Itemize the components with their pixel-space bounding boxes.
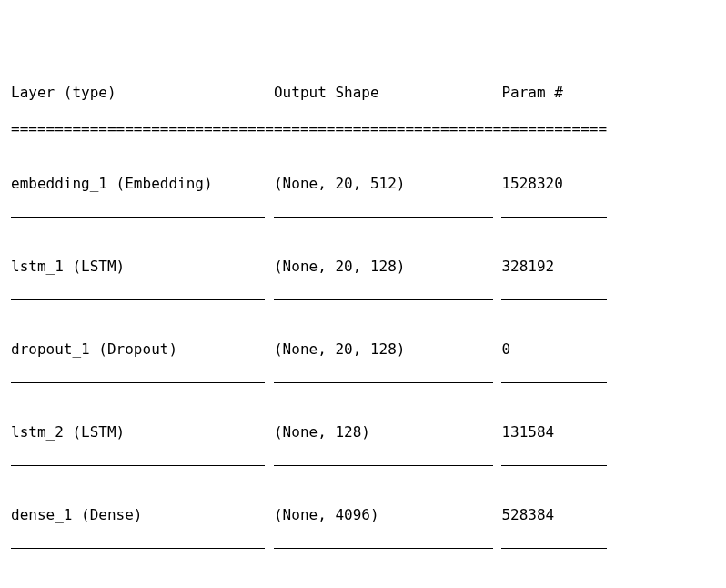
row-divider — [11, 465, 715, 466]
cell-param: 328192 — [501, 258, 607, 276]
table-row: lstm_2 (LSTM) (None, 128) 131584 — [11, 423, 715, 441]
cell-shape: (None, 20, 512) — [274, 175, 501, 193]
row-divider — [11, 382, 715, 383]
cell-layer: dropout_1 (Dropout) — [11, 340, 274, 359]
row-divider — [11, 299, 715, 300]
cell-layer: dense_1 (Dense) — [11, 506, 274, 524]
cell-layer: lstm_2 (LSTM) — [11, 423, 274, 441]
header-param: Param # — [501, 84, 607, 102]
cell-param: 1528320 — [501, 175, 607, 193]
cell-shape: (None, 4096) — [274, 506, 501, 524]
cell-shape: (None, 20, 128) — [274, 258, 501, 276]
header-shape: Output Shape — [274, 84, 501, 102]
cell-param: 528384 — [501, 506, 607, 524]
cell-param: 131584 — [501, 423, 607, 441]
row-divider — [11, 548, 715, 549]
table-row: embedding_1 (Embedding) (None, 20, 512) … — [11, 175, 715, 193]
header-layer: Layer (type) — [11, 84, 274, 102]
table-row: dense_1 (Dense) (None, 4096) 528384 — [11, 506, 715, 524]
table-row: lstm_1 (LSTM) (None, 20, 128) 328192 — [11, 258, 715, 276]
cell-shape: (None, 128) — [274, 423, 501, 441]
cell-layer: embedding_1 (Embedding) — [11, 175, 274, 193]
cell-param: 0 — [501, 340, 607, 359]
table-row: dropout_1 (Dropout) (None, 20, 128) 0 — [11, 340, 715, 359]
table-header-row: Layer (type) Output Shape Param # — [11, 84, 715, 102]
cell-shape: (None, 20, 128) — [274, 340, 501, 359]
row-divider — [11, 217, 715, 218]
divider-top: ========================================… — [11, 120, 715, 138]
cell-layer: lstm_1 (LSTM) — [11, 258, 274, 276]
